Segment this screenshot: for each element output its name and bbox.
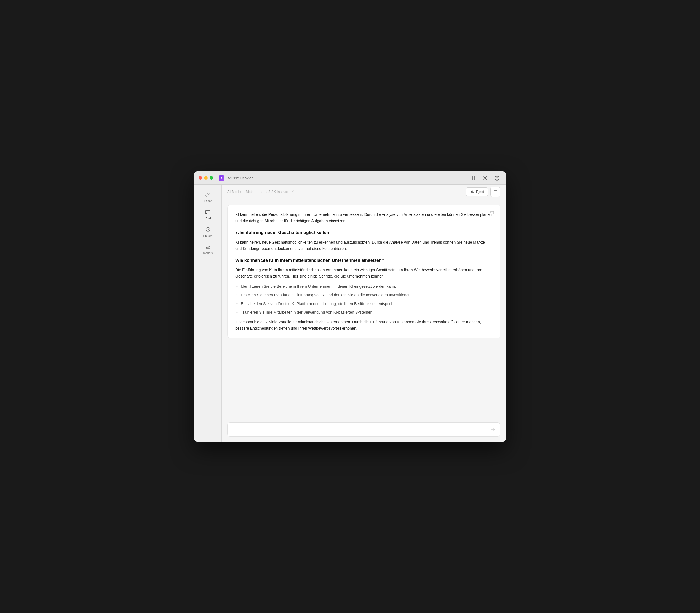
chat-label: Chat <box>205 217 211 220</box>
filter-button[interactable] <box>491 187 500 197</box>
chat-icon <box>205 209 211 216</box>
section-how-heading: Wie können Sie KI in Ihrem mittelständis… <box>235 257 492 264</box>
list-item: Identifizieren Sie die Bereiche in Ihrem… <box>235 282 492 291</box>
app-title-sub: Desktop <box>240 176 253 180</box>
list-item: Trainieren Sie Ihre Mitarbeiter in der V… <box>235 308 492 317</box>
titlebar-actions <box>468 174 501 182</box>
help-button[interactable] <box>493 174 501 182</box>
app-window: ✦ RAGNA Desktop <box>194 171 506 442</box>
sidebar-item-history[interactable]: History <box>197 224 219 240</box>
titlebar: ✦ RAGNA Desktop <box>194 171 506 185</box>
history-label: History <box>203 234 212 237</box>
message-intro: KI kann helfen, die Personalplanung in I… <box>235 211 492 224</box>
model-dropdown-arrow <box>291 190 295 194</box>
list-item: Entscheiden Sie sich für eine KI-Plattfo… <box>235 300 492 308</box>
sidebar-item-chat[interactable]: Chat <box>197 207 219 223</box>
app-title: RAGNA Desktop <box>227 176 253 180</box>
input-area <box>222 419 506 442</box>
svg-rect-0 <box>471 176 472 180</box>
eject-label: Eject <box>476 190 484 194</box>
message-conclusion: Insgesamt bietet KI viele Vorteile für m… <box>235 319 492 331</box>
models-icon <box>205 244 211 250</box>
app-icon: ✦ <box>219 175 224 181</box>
section-how-intro: Die Einführung von KI in Ihrem mittelstä… <box>235 267 492 279</box>
topbar: AI Model: Meta – Llama 3 8K Instruct <box>222 185 506 199</box>
editor-icon <box>205 192 211 198</box>
svg-rect-1 <box>473 176 475 180</box>
main-content: AI Model: Meta – Llama 3 8K Instruct <box>222 185 506 442</box>
sidebar-item-models[interactable]: Models <box>197 241 219 258</box>
layout-button[interactable] <box>468 174 477 182</box>
send-button[interactable] <box>489 426 497 433</box>
chat-input[interactable] <box>231 427 488 432</box>
model-selector[interactable]: Meta – Llama 3 8K Instruct <box>246 190 462 194</box>
models-label: Models <box>203 251 213 255</box>
chat-area[interactable]: KI kann helfen, die Personalplanung in I… <box>222 199 506 419</box>
history-icon <box>205 226 211 233</box>
svg-point-4 <box>497 179 497 180</box>
section7-text: KI kann helfen, neue Geschäftsmöglichkei… <box>235 239 492 252</box>
sidebar-item-editor[interactable]: Editor <box>197 189 219 205</box>
list-item: Erstellen Sie einen Plan für die Einführ… <box>235 291 492 299</box>
editor-label: Editor <box>204 199 212 203</box>
settings-button[interactable] <box>481 174 489 182</box>
minimize-button[interactable] <box>204 176 208 180</box>
app-body: Editor Chat History <box>194 185 506 442</box>
bullet-list: Identifizieren Sie die Bereiche in Ihrem… <box>235 282 492 316</box>
eject-button[interactable]: Eject <box>466 187 488 196</box>
app-title-name: RAGNA <box>227 176 239 180</box>
svg-rect-6 <box>491 211 494 214</box>
section7-heading: 7. Einführung neuer Geschäftsmöglichkeit… <box>235 229 492 236</box>
svg-point-2 <box>484 177 486 179</box>
topbar-buttons: Eject <box>466 187 500 197</box>
model-label: AI Model: <box>227 190 242 194</box>
maximize-button[interactable] <box>209 176 213 180</box>
copy-message-button[interactable] <box>488 208 496 217</box>
message-bubble: KI kann helfen, die Personalplanung in I… <box>227 205 500 338</box>
model-value: Meta – Llama 3 8K Instruct <box>246 190 289 194</box>
app-branding: ✦ RAGNA Desktop <box>219 175 253 181</box>
input-box[interactable] <box>227 422 500 436</box>
traffic-lights <box>199 176 213 180</box>
close-button[interactable] <box>199 176 202 180</box>
sidebar: Editor Chat History <box>194 185 222 442</box>
